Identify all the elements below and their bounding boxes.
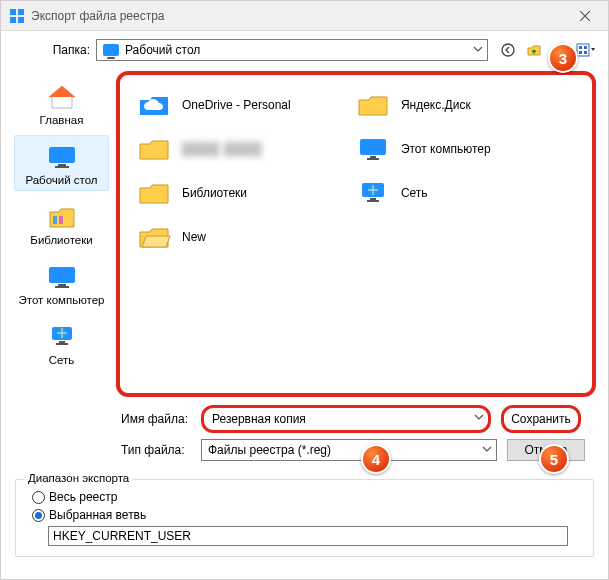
svg-rect-24 <box>56 343 68 345</box>
monitor-icon <box>355 131 391 167</box>
svg-rect-8 <box>577 44 589 56</box>
chevron-down-icon <box>482 443 492 457</box>
svg-rect-23 <box>59 341 65 343</box>
close-button[interactable] <box>570 1 600 31</box>
item-label: Библиотеки <box>182 186 247 200</box>
sidebar-item-libraries[interactable]: Библиотеки <box>14 195 109 251</box>
svg-rect-3 <box>18 17 24 23</box>
save-button-label: Сохранить <box>511 412 571 426</box>
branch-value: HKEY_CURRENT_USER <box>53 529 191 543</box>
folder-row: Папка: Рабочий стол <box>1 31 608 69</box>
filename-label: Имя файла: <box>121 412 201 426</box>
sidebar-item-label: Главная <box>40 114 84 126</box>
item-label: Сеть <box>401 186 428 200</box>
sidebar-item-label: Этот компьютер <box>19 294 105 306</box>
callout-4: 4 <box>361 444 391 474</box>
branch-input[interactable]: HKEY_CURRENT_USER <box>48 526 568 546</box>
body-area: Главная Рабочий стол Библиотеки Этот ком… <box>1 69 608 399</box>
svg-rect-1 <box>18 9 24 15</box>
svg-rect-27 <box>367 158 379 160</box>
radio-all-label: Весь реестр <box>49 490 117 504</box>
radio-icon <box>32 509 45 522</box>
network-icon <box>44 322 80 352</box>
folder-icon <box>136 175 172 211</box>
filename-value: Резервная копия <box>212 412 306 426</box>
folder-icon <box>136 131 172 167</box>
radio-icon <box>32 491 45 504</box>
sidebar-item-thispc[interactable]: Этот компьютер <box>14 255 109 311</box>
callout-3: 3 <box>548 43 578 73</box>
network-icon <box>355 175 391 211</box>
list-item[interactable]: Яндекс.Диск <box>347 83 566 127</box>
onedrive-icon <box>136 87 172 123</box>
sidebar-item-desktop[interactable]: Рабочий стол <box>14 135 109 191</box>
list-item[interactable]: ████ ████ <box>128 127 347 171</box>
app-icon <box>9 8 25 24</box>
svg-rect-9 <box>579 46 582 49</box>
views-icon[interactable] <box>576 40 596 60</box>
svg-rect-19 <box>58 284 66 286</box>
filename-input[interactable]: Резервная копия <box>201 405 491 433</box>
home-icon <box>44 82 80 112</box>
list-item[interactable]: Сеть <box>347 171 566 215</box>
folder-select[interactable]: Рабочий стол <box>96 39 488 61</box>
svg-rect-26 <box>370 156 376 158</box>
radio-branch-label: Выбранная ветвь <box>49 508 146 522</box>
svg-rect-10 <box>584 46 587 49</box>
list-item[interactable]: OneDrive - Personal <box>128 83 347 127</box>
save-button[interactable]: Сохранить <box>501 405 581 433</box>
item-label: Этот компьютер <box>401 142 491 156</box>
svg-rect-13 <box>49 147 75 163</box>
filetype-select[interactable]: Файлы реестра (*.reg) <box>201 439 497 461</box>
desktop-icon <box>44 142 80 172</box>
libraries-icon <box>44 202 80 232</box>
item-label: New <box>182 230 206 244</box>
list-item[interactable]: Библиотеки <box>128 171 347 215</box>
radio-selected-branch[interactable]: Выбранная ветвь <box>32 508 583 522</box>
folder-label: Папка: <box>41 43 96 57</box>
file-listing[interactable]: OneDrive - Personal Яндекс.Диск ████ ███… <box>116 71 596 397</box>
svg-rect-25 <box>360 139 386 155</box>
sidebar-item-network[interactable]: Сеть <box>14 315 109 371</box>
svg-rect-15 <box>55 166 69 168</box>
svg-rect-18 <box>49 267 75 283</box>
titlebar: Экспорт файла реестра <box>1 1 608 31</box>
sidebar: Главная Рабочий стол Библиотеки Этот ком… <box>9 69 114 399</box>
export-range-legend: Диапазон экспорта <box>24 472 133 484</box>
sidebar-item-home[interactable]: Главная <box>14 75 109 131</box>
toolbar-icons <box>498 40 596 60</box>
list-item[interactable]: New <box>128 215 347 259</box>
folder-open-icon <box>136 219 172 255</box>
svg-point-6 <box>502 44 514 56</box>
folder-select-value: Рабочий стол <box>125 43 200 57</box>
sidebar-item-label: Рабочий стол <box>25 174 97 186</box>
filetype-label: Тип файла: <box>121 443 201 457</box>
back-icon[interactable] <box>498 40 518 60</box>
item-label: Яндекс.Диск <box>401 98 471 112</box>
window-title: Экспорт файла реестра <box>31 9 570 23</box>
svg-rect-17 <box>59 216 63 224</box>
chevron-down-icon <box>473 43 483 57</box>
up-folder-icon[interactable] <box>524 40 544 60</box>
monitor-icon <box>44 262 80 292</box>
chevron-down-icon <box>474 411 484 425</box>
item-label: OneDrive - Personal <box>182 98 291 112</box>
list-item[interactable]: Этот компьютер <box>347 127 566 171</box>
sidebar-item-label: Библиотеки <box>30 234 92 246</box>
desktop-icon <box>103 44 119 56</box>
svg-rect-11 <box>579 51 582 54</box>
sidebar-item-label: Сеть <box>49 354 75 366</box>
svg-rect-20 <box>55 286 69 288</box>
filetype-value: Файлы реестра (*.reg) <box>208 443 331 457</box>
radio-all-registry[interactable]: Весь реестр <box>32 490 583 504</box>
item-label: ████ ████ <box>182 142 262 156</box>
svg-rect-30 <box>370 198 376 200</box>
svg-rect-0 <box>10 9 16 15</box>
svg-rect-14 <box>58 164 66 166</box>
folder-icon <box>355 87 391 123</box>
callout-5: 5 <box>539 444 569 474</box>
svg-rect-16 <box>53 216 57 224</box>
form-area: Имя файла: Резервная копия Сохранить Тип… <box>1 399 608 473</box>
svg-rect-2 <box>10 17 16 23</box>
svg-rect-12 <box>584 51 587 54</box>
